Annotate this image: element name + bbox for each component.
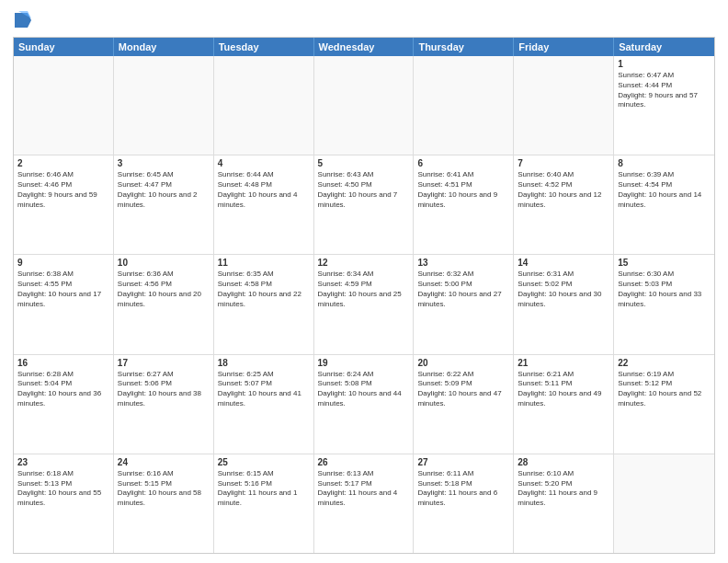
day-number: 4	[218, 158, 310, 168]
day-info: Sunrise: 6:11 AM Sunset: 5:18 PM Dayligh…	[417, 469, 509, 509]
day-info: Sunrise: 6:39 AM Sunset: 4:54 PM Dayligh…	[618, 170, 711, 210]
day-cell-16: 16Sunrise: 6:28 AM Sunset: 5:04 PM Dayli…	[14, 355, 114, 454]
day-cell-15: 15Sunrise: 6:30 AM Sunset: 5:03 PM Dayli…	[614, 255, 714, 353]
day-info: Sunrise: 6:36 AM Sunset: 4:56 PM Dayligh…	[118, 270, 210, 309]
logo-icon	[15, 11, 31, 31]
day-info: Sunrise: 6:19 AM Sunset: 5:12 PM Dayligh…	[618, 370, 711, 409]
day-info: Sunrise: 6:27 AM Sunset: 5:06 PM Dayligh…	[118, 370, 210, 409]
calendar-header: SundayMondayTuesdayWednesdayThursdayFrid…	[14, 38, 714, 56]
day-info: Sunrise: 6:21 AM Sunset: 5:11 PM Dayligh…	[518, 370, 609, 409]
day-info: Sunrise: 6:32 AM Sunset: 5:00 PM Dayligh…	[417, 270, 509, 309]
day-cell-22: 22Sunrise: 6:19 AM Sunset: 5:12 PM Dayli…	[614, 355, 714, 454]
day-info: Sunrise: 6:46 AM Sunset: 4:46 PM Dayligh…	[17, 170, 109, 210]
day-cell-6: 6Sunrise: 6:41 AM Sunset: 4:51 PM Daylig…	[414, 155, 514, 254]
header-cell-sunday: Sunday	[14, 38, 114, 56]
day-number: 3	[118, 158, 210, 168]
day-number: 12	[318, 258, 410, 268]
header-cell-thursday: Thursday	[414, 38, 514, 56]
logo	[13, 13, 31, 31]
day-number: 21	[518, 358, 609, 368]
calendar-row-0: 1Sunrise: 6:47 AM Sunset: 4:44 PM Daylig…	[14, 56, 714, 155]
day-number: 10	[118, 258, 210, 268]
calendar-body: 1Sunrise: 6:47 AM Sunset: 4:44 PM Daylig…	[14, 56, 714, 553]
day-number: 26	[318, 457, 410, 467]
day-number: 8	[618, 158, 711, 168]
day-number: 5	[318, 158, 410, 168]
day-number: 15	[618, 258, 711, 268]
day-cell-12: 12Sunrise: 6:34 AM Sunset: 4:59 PM Dayli…	[314, 255, 415, 353]
day-cell-18: 18Sunrise: 6:25 AM Sunset: 5:07 PM Dayli…	[214, 355, 314, 454]
day-info: Sunrise: 6:41 AM Sunset: 4:51 PM Dayligh…	[417, 170, 509, 210]
empty-cell	[514, 56, 614, 155]
day-cell-28: 28Sunrise: 6:10 AM Sunset: 5:20 PM Dayli…	[514, 454, 614, 553]
day-info: Sunrise: 6:10 AM Sunset: 5:20 PM Dayligh…	[518, 469, 609, 509]
day-number: 16	[17, 358, 109, 368]
day-number: 23	[17, 457, 109, 467]
empty-cell	[214, 56, 314, 155]
day-info: Sunrise: 6:18 AM Sunset: 5:13 PM Dayligh…	[17, 469, 109, 509]
day-cell-21: 21Sunrise: 6:21 AM Sunset: 5:11 PM Dayli…	[514, 355, 614, 454]
day-number: 19	[318, 358, 410, 368]
day-number: 25	[218, 457, 310, 467]
day-info: Sunrise: 6:45 AM Sunset: 4:47 PM Dayligh…	[118, 170, 210, 210]
day-info: Sunrise: 6:22 AM Sunset: 5:09 PM Dayligh…	[417, 370, 509, 409]
day-cell-4: 4Sunrise: 6:44 AM Sunset: 4:48 PM Daylig…	[214, 155, 314, 254]
day-cell-3: 3Sunrise: 6:45 AM Sunset: 4:47 PM Daylig…	[114, 155, 214, 254]
day-cell-19: 19Sunrise: 6:24 AM Sunset: 5:08 PM Dayli…	[314, 355, 415, 454]
day-info: Sunrise: 6:38 AM Sunset: 4:55 PM Dayligh…	[17, 270, 109, 309]
day-number: 2	[17, 158, 109, 168]
empty-cell	[114, 56, 214, 155]
calendar-row-2: 9Sunrise: 6:38 AM Sunset: 4:55 PM Daylig…	[14, 254, 714, 353]
header-cell-tuesday: Tuesday	[214, 38, 314, 56]
day-info: Sunrise: 6:28 AM Sunset: 5:04 PM Dayligh…	[17, 370, 109, 409]
header-cell-friday: Friday	[514, 38, 614, 56]
day-number: 11	[218, 258, 310, 268]
day-number: 9	[17, 258, 109, 268]
calendar-row-4: 23Sunrise: 6:18 AM Sunset: 5:13 PM Dayli…	[14, 454, 714, 553]
day-cell-27: 27Sunrise: 6:11 AM Sunset: 5:18 PM Dayli…	[414, 454, 514, 553]
day-cell-23: 23Sunrise: 6:18 AM Sunset: 5:13 PM Dayli…	[14, 454, 114, 553]
day-info: Sunrise: 6:31 AM Sunset: 5:02 PM Dayligh…	[518, 270, 609, 309]
day-info: Sunrise: 6:35 AM Sunset: 4:58 PM Dayligh…	[218, 270, 310, 309]
day-info: Sunrise: 6:34 AM Sunset: 4:59 PM Dayligh…	[318, 270, 410, 309]
day-cell-13: 13Sunrise: 6:32 AM Sunset: 5:00 PM Dayli…	[414, 255, 514, 353]
page: SundayMondayTuesdayWednesdayThursdayFrid…	[0, 0, 728, 563]
header-cell-monday: Monday	[114, 38, 214, 56]
day-number: 20	[417, 358, 509, 368]
day-cell-25: 25Sunrise: 6:15 AM Sunset: 5:16 PM Dayli…	[214, 454, 314, 553]
day-cell-26: 26Sunrise: 6:13 AM Sunset: 5:17 PM Dayli…	[314, 454, 415, 553]
day-info: Sunrise: 6:43 AM Sunset: 4:50 PM Dayligh…	[318, 170, 410, 210]
empty-cell	[614, 454, 714, 553]
day-info: Sunrise: 6:30 AM Sunset: 5:03 PM Dayligh…	[618, 270, 711, 309]
day-number: 27	[417, 457, 509, 467]
empty-cell	[14, 56, 114, 155]
empty-cell	[314, 56, 415, 155]
header	[13, 9, 715, 31]
day-number: 1	[618, 59, 711, 69]
day-number: 22	[618, 358, 711, 368]
day-number: 13	[417, 258, 509, 268]
day-number: 17	[118, 358, 210, 368]
day-cell-20: 20Sunrise: 6:22 AM Sunset: 5:09 PM Dayli…	[414, 355, 514, 454]
day-info: Sunrise: 6:24 AM Sunset: 5:08 PM Dayligh…	[318, 370, 410, 409]
calendar-row-3: 16Sunrise: 6:28 AM Sunset: 5:04 PM Dayli…	[14, 354, 714, 454]
day-number: 14	[518, 258, 609, 268]
day-cell-17: 17Sunrise: 6:27 AM Sunset: 5:06 PM Dayli…	[114, 355, 214, 454]
day-cell-10: 10Sunrise: 6:36 AM Sunset: 4:56 PM Dayli…	[114, 255, 214, 353]
calendar: SundayMondayTuesdayWednesdayThursdayFrid…	[13, 37, 715, 554]
day-cell-5: 5Sunrise: 6:43 AM Sunset: 4:50 PM Daylig…	[314, 155, 415, 254]
header-cell-wednesday: Wednesday	[314, 38, 415, 56]
calendar-row-1: 2Sunrise: 6:46 AM Sunset: 4:46 PM Daylig…	[14, 155, 714, 254]
day-info: Sunrise: 6:13 AM Sunset: 5:17 PM Dayligh…	[318, 469, 410, 509]
day-cell-1: 1Sunrise: 6:47 AM Sunset: 4:44 PM Daylig…	[614, 56, 714, 155]
day-cell-11: 11Sunrise: 6:35 AM Sunset: 4:58 PM Dayli…	[214, 255, 314, 353]
day-info: Sunrise: 6:40 AM Sunset: 4:52 PM Dayligh…	[518, 170, 609, 210]
day-number: 18	[218, 358, 310, 368]
empty-cell	[414, 56, 514, 155]
day-number: 24	[118, 457, 210, 467]
day-info: Sunrise: 6:16 AM Sunset: 5:15 PM Dayligh…	[118, 469, 210, 509]
day-number: 6	[417, 158, 509, 168]
day-info: Sunrise: 6:44 AM Sunset: 4:48 PM Dayligh…	[218, 170, 310, 210]
day-number: 7	[518, 158, 609, 168]
day-cell-24: 24Sunrise: 6:16 AM Sunset: 5:15 PM Dayli…	[114, 454, 214, 553]
